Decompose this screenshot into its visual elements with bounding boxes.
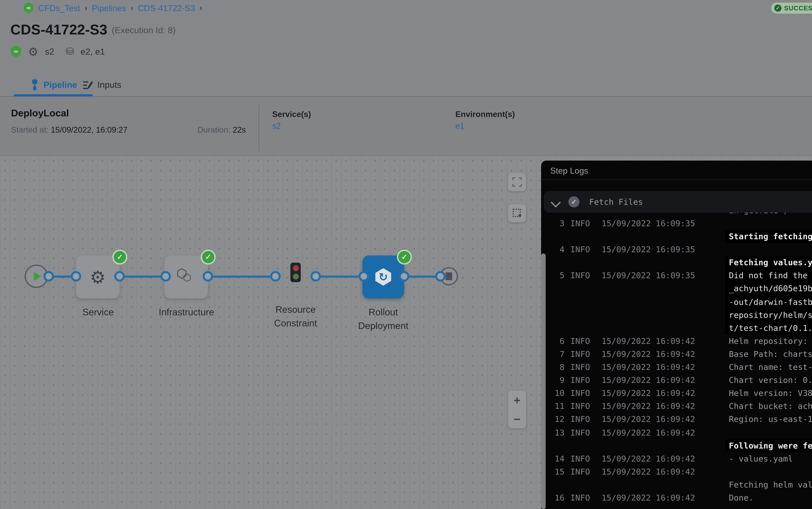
log-line: 11INFO15/09/2022 16:09:42Chart bucket: a… <box>541 400 812 413</box>
log-scrollbar-thumb[interactable] <box>541 253 546 509</box>
breadcrumb-link[interactable]: CFDs_Test <box>38 3 80 13</box>
log-level: INFO <box>570 348 590 361</box>
connector <box>119 275 165 277</box>
tab-inputs[interactable]: Inputs <box>83 73 121 96</box>
log-line-number: 12 <box>546 413 564 426</box>
log-line: Starting fetching Helm values <box>541 230 812 243</box>
log-message: t/test-chart/0.1.0 <box>725 321 812 335</box>
log-line: Following were fetched successfully : <box>541 439 812 452</box>
divider <box>259 105 259 151</box>
tab-bar: Pipeline Inputs Console View <box>0 73 812 97</box>
log-line: 5INFO15/09/2022 16:09:35Did not find the… <box>541 269 812 282</box>
step-logs-title: Step Logs <box>550 166 588 175</box>
connector-point <box>160 271 171 281</box>
log-message: Starting fetching Helm values <box>725 230 812 243</box>
connector-point <box>399 271 409 281</box>
play-icon <box>34 272 41 281</box>
log-message: Region: us-east-1 <box>729 413 812 426</box>
log-message: repository/helm/source/93602db7-89f2-317… <box>725 309 812 321</box>
log-line: -out/darwin-fastbuild/bin/260-delegate/e… <box>541 296 812 308</box>
log-line-number: 11 <box>546 400 564 413</box>
log-line-number: 4 <box>546 243 564 256</box>
log-level: INFO <box>570 413 590 426</box>
log-timestamp: 15/09/2022 16:09:42 <box>601 400 695 413</box>
log-line: Fetching helm values completed successfu… <box>541 478 812 491</box>
node-service-label: Service <box>57 306 140 319</box>
connector-point <box>203 271 213 281</box>
zoom-in-button[interactable]: + <box>514 394 520 406</box>
log-timestamp: 15/09/2022 16:09:35 <box>601 269 695 282</box>
log-line-number: 14 <box>546 452 564 465</box>
log-message: - values.yaml <box>729 452 793 465</box>
log-timestamp: 15/09/2022 16:09:42 <box>601 348 695 361</box>
log-line-number: 5 <box>546 269 564 282</box>
fit-to-screen-button[interactable] <box>508 173 526 191</box>
step-name: Fetch Files <box>589 197 643 207</box>
connector-point <box>114 271 125 281</box>
log-timestamp: 15/09/2022 16:09:42 <box>601 361 695 374</box>
marquee-select-button[interactable] <box>508 204 526 222</box>
log-level: INFO <box>570 361 590 374</box>
environment-icon: ⛁ <box>66 45 74 57</box>
log-message: Following were fetched successfully : <box>725 439 812 452</box>
log-timestamp: 15/09/2022 16:09:42 <box>601 465 695 478</box>
step-section-fetch-files[interactable]: ✓ Fetch Files ↑ ↓ 9s <box>544 191 812 212</box>
connector <box>404 275 440 277</box>
rollout-success-badge: ✓ <box>397 250 412 265</box>
log-line-number: 16 <box>546 491 564 504</box>
stage-summary: DeployLocal Started at: 15/09/2022, 16:0… <box>0 97 812 156</box>
infrastructure-success-badge: ✓ <box>201 250 216 265</box>
log-message: Done. <box>729 491 753 504</box>
service-success-badge: ✓ <box>112 250 127 265</box>
tab-inputs-label: Inputs <box>98 80 121 90</box>
connector-point <box>270 271 281 281</box>
breadcrumb-link[interactable]: CDS-41722-S3 <box>138 3 195 13</box>
log-line: 10INFO15/09/2022 16:09:42Helm version: V… <box>541 387 812 400</box>
harness-logo-icon: ∞ <box>24 2 34 14</box>
tab-pipeline-label: Pipeline <box>43 80 77 90</box>
marquee-icon <box>513 209 522 218</box>
started-at: Started at: 15/09/2022, 16:09:27 <box>11 126 127 135</box>
step-logs-header: Step Logs Console View <box>541 161 812 180</box>
service-tag: s2 <box>45 46 54 56</box>
log-timestamp: 15/09/2022 16:09:42 <box>601 452 695 465</box>
log-line: 4INFO15/09/2022 16:09:35 <box>541 243 812 256</box>
infrastructure-icon: ⬡⬡ <box>176 267 196 287</box>
zoom-out-button[interactable]: − <box>514 413 520 425</box>
log-line: repository/helm/source/93602db7-89f2-317… <box>541 309 812 321</box>
log-level: INFO <box>570 335 590 348</box>
environments-link[interactable]: e1 <box>455 122 465 131</box>
node-service[interactable]: ⚙ <box>76 256 119 298</box>
execution-id: (Execution Id: 8) <box>112 25 176 35</box>
log-line-number: 15 <box>546 465 564 478</box>
tab-pipeline[interactable]: Pipeline <box>31 73 77 96</box>
node-infrastructure[interactable]: ⬡⬡ <box>164 256 208 298</box>
chevron-right-icon: › <box>131 3 133 12</box>
log-line: _achyuth/d605e19b46448ceaacb01fb4c19633a… <box>541 282 812 296</box>
resource-constraint-icon[interactable] <box>290 263 301 282</box>
zoom-controls[interactable]: + − <box>508 391 526 429</box>
log-line: 9INFO15/09/2022 16:09:42Chart version: 0… <box>541 374 812 387</box>
log-line: 15INFO15/09/2022 16:09:42 <box>541 465 812 478</box>
fit-icon <box>513 177 522 186</box>
log-message: -out/darwin-fastbuild/bin/260-delegate/e… <box>725 296 812 308</box>
log-level: INFO <box>570 452 590 465</box>
node-infrastructure-label: Infrastructure <box>144 306 229 319</box>
log-line-number: 13 <box>546 426 564 439</box>
chevron-down-icon <box>551 198 561 207</box>
stage-name: DeployLocal <box>11 107 69 118</box>
log-level: INFO <box>570 243 590 256</box>
step-logs-panel: Step Logs Console View in getfile ) ✓ Fe… <box>541 161 812 509</box>
log-line: 12INFO15/09/2022 16:09:42Region: us-east… <box>541 413 812 426</box>
page-title: CDS-41722-S3 <box>10 22 107 38</box>
service-gear-icon: ⚙ <box>28 44 38 58</box>
log-line-number: 10 <box>546 387 564 400</box>
log-lines: 3INFO15/09/2022 16:09:35Starting fetchin… <box>541 217 812 504</box>
service-gear-icon: ⚙ <box>90 268 106 286</box>
log-message: Chart bucket: achhelmbucket <box>729 400 812 413</box>
log-line: 3INFO15/09/2022 16:09:35 <box>541 217 812 230</box>
status-badge: ✓ SUCCESS <box>771 3 812 14</box>
execution-tags: ∞ ⚙ s2 ⛁ e2, e1 <box>10 45 105 58</box>
breadcrumb-link[interactable]: Pipelines <box>92 3 126 13</box>
services-link[interactable]: s2 <box>272 122 281 131</box>
